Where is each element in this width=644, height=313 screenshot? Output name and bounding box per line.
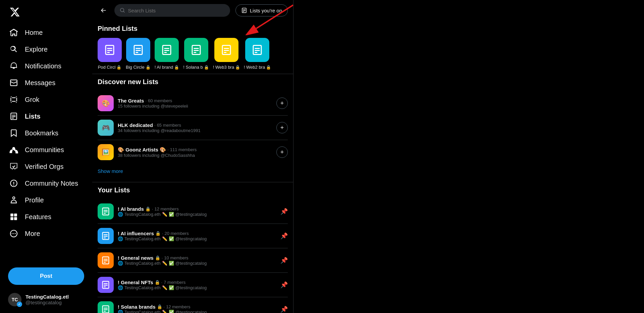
sidebar-item-features[interactable]: Features [4, 208, 88, 225]
lists-you-on-label: Lists you're on [250, 8, 282, 13]
bell-icon [9, 62, 18, 70]
bookmark-icon [9, 129, 18, 137]
solana-icon-box [184, 38, 208, 62]
ai-brand-name: ! AI brand 🔒 [155, 65, 179, 70]
lock-icon: 🔒 [204, 65, 209, 70]
bookmarks-label: Bookmarks [25, 129, 58, 137]
sidebar-item-bookmarks[interactable]: Bookmarks [4, 125, 88, 141]
add-hlk-button[interactable]: + [276, 122, 288, 133]
ai-brands-info: ! AI brands 🔒 · 12 members 🌐 TestingCata… [118, 206, 276, 217]
general-nfts-meta: 🌐 TestingCatalog.eth ✏️ ✅ @testingcatalo… [118, 285, 276, 290]
ai-influencers-meta: 🌐 TestingCatalog.eth ✏️ ✅ @testingcatalo… [118, 236, 276, 241]
general-news-icon [98, 252, 114, 268]
sidebar-item-notifications[interactable]: Notifications [4, 58, 88, 74]
features-label: Features [25, 213, 51, 221]
web3-1-name: ! Web3 bra 🔒 [213, 65, 240, 70]
sidebar-item-lists[interactable]: Lists [4, 108, 88, 125]
goonz-meta: 38 followers including @ChudoSasshha [118, 153, 272, 158]
lock-icon: 🔒 [266, 65, 271, 70]
profile-row[interactable]: TC ✓ TestingCatalog.etl @testingcatalog [4, 289, 88, 310]
pod-circle-icon-box [98, 38, 122, 62]
search-input[interactable] [128, 8, 225, 13]
profile-icon [9, 196, 18, 204]
profile-label: Profile [25, 196, 44, 204]
sidebar-item-community-notes[interactable]: Community Notes [4, 175, 88, 192]
sidebar-item-grok[interactable]: Grok [4, 91, 88, 108]
solana-brands-name: ! Solana brands 🔒 · 12 members [118, 304, 276, 310]
your-lists-section: Your Lists ! AI brands 🔒 · 12 members 🌐 … [92, 182, 293, 313]
community-notes-icon [9, 179, 18, 188]
search-bar[interactable] [114, 4, 230, 17]
x-logo-icon [9, 7, 20, 17]
ai-brands-icon [98, 203, 114, 220]
svg-rect-0 [10, 213, 13, 216]
community-notes-label: Community Notes [25, 180, 78, 187]
sidebar-item-communities[interactable]: Communities [4, 141, 88, 158]
ai-influencers-info: ! AI influencers 🔒 · 20 members 🌐 Testin… [118, 231, 276, 241]
explore-label: Explore [25, 46, 48, 53]
profile-name: TestingCatalog.etl [25, 294, 84, 300]
post-button[interactable]: Post [8, 267, 84, 285]
sidebar-item-profile[interactable]: Profile [4, 192, 88, 208]
your-lists-title: Your Lists [98, 186, 288, 194]
messages-label: Messages [25, 79, 55, 87]
web3-2-name: ! Web2 bra 🔒 [244, 65, 271, 70]
add-the-greats-button[interactable]: + [276, 98, 288, 109]
profile-info: TestingCatalog.etl @testingcatalog [25, 294, 84, 305]
ai-brand-icon-box [155, 38, 179, 62]
sidebar-item-verified-orgs[interactable]: Verified Orgs [4, 158, 88, 175]
sidebar-item-more[interactable]: More [4, 225, 88, 242]
verified-orgs-icon [9, 162, 18, 171]
lists-header: Lists you're on [92, 0, 293, 21]
your-list-general-nfts[interactable]: ! General NFTs 🔒 · 7 members 🌐 TestingCa… [98, 273, 288, 297]
show-more-link[interactable]: Show more [98, 164, 288, 178]
lock-icon: 🔒 [174, 65, 179, 70]
your-list-ai-brands[interactable]: ! AI brands 🔒 · 12 members 🌐 TestingCata… [98, 199, 288, 224]
home-label: Home [25, 29, 43, 37]
the-greats-name: The Greats · 60 members [118, 98, 272, 104]
pod-circle-name: Pod Circl 🔒 [98, 65, 122, 70]
general-nfts-info: ! General NFTs 🔒 · 7 members 🌐 TestingCa… [118, 279, 276, 290]
svg-rect-2 [10, 217, 13, 220]
lock-icon: 🔒 [235, 65, 240, 70]
pinned-list-solana[interactable]: ! Solana b 🔒 [183, 38, 209, 70]
more-icon [9, 229, 18, 238]
verified-orgs-label: Verified Orgs [25, 163, 64, 171]
discover-list-goonz[interactable]: 🖼️ 🎨 Goonz Artists 🎨 · 111 members 38 fo… [98, 140, 288, 164]
pinned-list-ai-brand[interactable]: ! AI brand 🔒 [155, 38, 179, 70]
big-circle-icon-box [126, 38, 150, 62]
general-nfts-name: ! General NFTs 🔒 · 7 members [118, 279, 276, 285]
general-news-name: ! General news 🔒 · 10 members [118, 255, 276, 261]
features-icon [9, 212, 18, 221]
discover-title: Discover new Lists [98, 78, 288, 86]
back-button[interactable] [98, 5, 109, 16]
general-news-meta: 🌐 TestingCatalog.eth ✏️ ✅ @testingcatalo… [118, 261, 276, 266]
lock-icon: 🔒 [116, 65, 121, 70]
profile-handle: @testingcatalog [25, 300, 84, 305]
x-logo[interactable] [4, 3, 88, 23]
grok-label: Grok [25, 96, 39, 104]
lists-you-on-button[interactable]: Lists you're on [235, 4, 288, 16]
hlk-avatar: 🎮 [98, 120, 114, 136]
pin-icon-general-nfts: 📌 [280, 281, 288, 289]
goonz-name: 🎨 Goonz Artists 🎨 · 111 members [118, 147, 272, 153]
lists-btn-icon [241, 7, 247, 13]
more-label: More [25, 230, 40, 238]
pin-icon-solana-brands: 📌 [280, 306, 288, 313]
your-list-solana-brands[interactable]: ! Solana brands 🔒 · 12 members 🌐 Testing… [98, 297, 288, 313]
pinned-list-big-circle[interactable]: Big Circle 🔒 [126, 38, 151, 70]
add-goonz-button[interactable]: + [276, 146, 288, 158]
your-list-ai-influencers[interactable]: ! AI influencers 🔒 · 20 members 🌐 Testin… [98, 224, 288, 248]
sidebar-item-explore[interactable]: Explore [4, 41, 88, 58]
pinned-list-pod-circle[interactable]: Pod Circl 🔒 [98, 38, 122, 70]
ai-brands-meta: 🌐 TestingCatalog.eth ✏️ ✅ @testingcatalo… [118, 212, 276, 217]
goonz-avatar: 🖼️ [98, 144, 114, 160]
sidebar-item-messages[interactable]: Messages [4, 74, 88, 91]
your-list-general-news[interactable]: ! General news 🔒 · 10 members 🌐 TestingC… [98, 248, 288, 273]
pinned-list-web3-2[interactable]: ! Web2 bra 🔒 [244, 38, 271, 70]
discover-list-hlk[interactable]: 🎮 HLK dedicated · 65 members 34 follower… [98, 116, 288, 140]
sidebar-item-home[interactable]: Home [4, 24, 88, 41]
pinned-list-web3-1[interactable]: ! Web3 bra 🔒 [213, 38, 240, 70]
discover-list-the-greats[interactable]: 🎨 The Greats · 60 members 15 followers i… [98, 91, 288, 116]
home-icon [9, 28, 18, 37]
